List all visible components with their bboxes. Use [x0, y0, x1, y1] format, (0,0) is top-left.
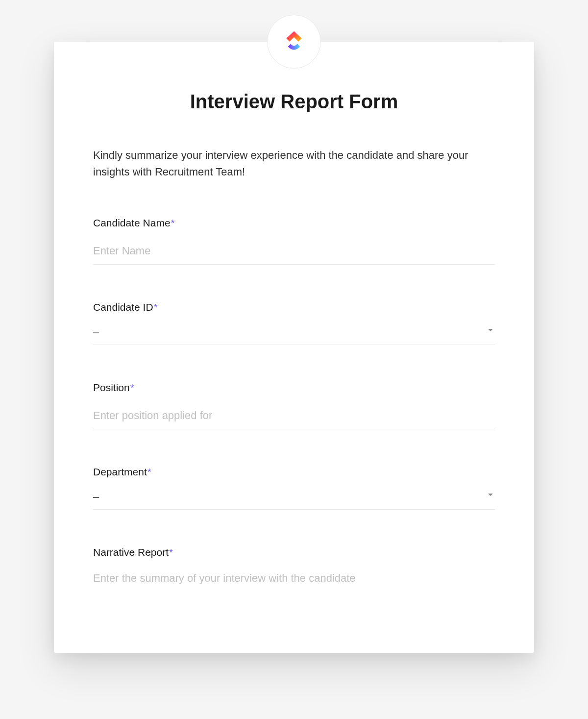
position-label: Position* [93, 382, 495, 394]
required-asterisk-icon: * [147, 466, 151, 477]
form-description: Kindly summarize your interview experien… [93, 147, 495, 180]
select-value: – [93, 491, 99, 503]
required-asterisk-icon: * [171, 217, 175, 228]
chevron-down-icon [488, 329, 493, 331]
label-text: Candidate ID [93, 301, 153, 313]
narrative-report-label: Narrative Report* [93, 546, 495, 558]
select-value: – [93, 326, 99, 338]
chevron-down-icon [488, 494, 493, 496]
position-input[interactable] [93, 405, 495, 429]
candidate-name-input[interactable] [93, 241, 495, 265]
required-asterisk-icon: * [154, 301, 158, 313]
candidate-id-label: Candidate ID* [93, 301, 495, 313]
candidate-id-select[interactable]: – [93, 325, 495, 345]
form-title: Interview Report Form [93, 91, 495, 113]
field-department: Department* – [93, 466, 495, 510]
field-position: Position* [93, 382, 495, 429]
required-asterisk-icon: * [130, 382, 134, 393]
department-select[interactable]: – [93, 490, 495, 510]
label-text: Narrative Report [93, 546, 169, 558]
label-text: Candidate Name [93, 217, 171, 228]
field-candidate-id: Candidate ID* – [93, 301, 495, 345]
form-card: Interview Report Form Kindly summarize y… [54, 42, 534, 653]
label-text: Department [93, 466, 147, 477]
clickup-logo-icon [280, 28, 308, 55]
label-text: Position [93, 382, 130, 393]
department-label: Department* [93, 466, 495, 478]
narrative-report-input[interactable]: Enter the summary of your interview with… [93, 570, 495, 587]
field-narrative-report: Narrative Report* Enter the summary of y… [93, 546, 495, 587]
required-asterisk-icon: * [169, 546, 173, 558]
logo-container [267, 15, 321, 69]
field-candidate-name: Candidate Name* [93, 217, 495, 265]
candidate-name-label: Candidate Name* [93, 217, 495, 229]
